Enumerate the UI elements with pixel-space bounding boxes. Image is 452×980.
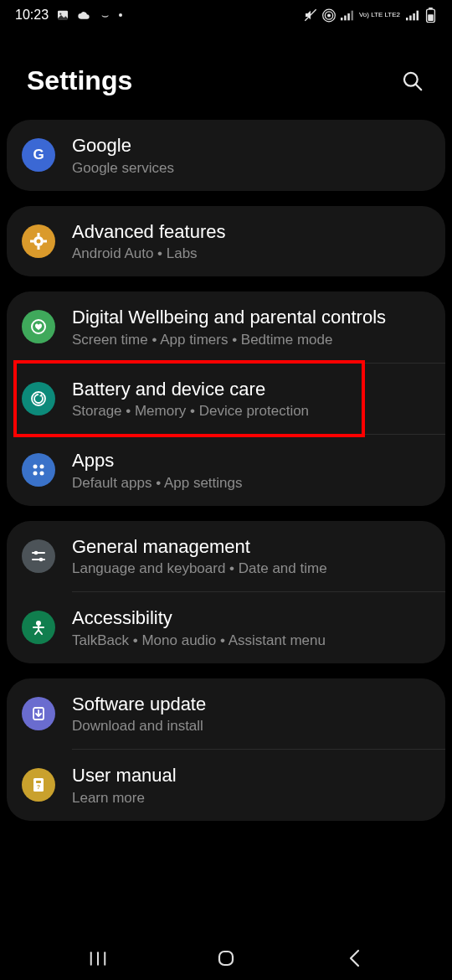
cloud-icon [77,8,90,22]
navigation-bar [0,936,452,980]
home-icon [216,948,236,968]
settings-item-digital-wellbeing[interactable]: Digital Wellbeing and parental controls … [7,291,445,363]
svg-point-1 [59,13,61,15]
status-left: 10:23 ⌣ [15,8,122,23]
settings-item-user-manual[interactable]: ? User manual Learn more [7,750,445,821]
item-subtitle: Google services [72,160,430,177]
svg-point-29 [40,465,44,469]
svg-point-31 [40,472,44,476]
svg-rect-44 [219,952,233,965]
item-subtitle: Language and keyboard • Date and time [72,560,430,577]
settings-group: Software update Download and install ? U… [7,678,445,821]
item-title: Google [72,134,430,157]
svg-rect-23 [38,246,40,250]
header: Settings [0,30,452,120]
item-texts: User manual Learn more [72,764,430,807]
nav-home-button[interactable] [201,946,251,971]
settings-group: General management Language and keyboard… [7,521,445,663]
download-icon [22,697,55,730]
svg-rect-7 [345,15,347,20]
svg-text:G: G [33,147,44,162]
svg-point-35 [39,557,44,561]
settings-item-google[interactable]: G Google Google services [7,120,445,191]
smile-icon: ⌣ [98,8,111,22]
item-texts: Advanced features Android Auto • Labs [72,220,430,263]
gear-icon [22,224,55,258]
nav-recents-button[interactable] [73,946,123,971]
status-dot [119,13,122,17]
svg-rect-25 [44,240,47,242]
signal-2-icon [405,8,419,22]
item-texts: General management Language and keyboard… [72,535,430,578]
item-subtitle: TalkBack • Mono audio • Assistant menu [72,632,430,649]
item-texts: Accessibility TalkBack • Mono audio • As… [72,606,430,649]
svg-rect-11 [409,15,412,20]
svg-rect-12 [413,13,415,20]
mute-icon [304,8,317,22]
item-subtitle: Storage • Memory • Device protection [72,403,430,420]
heart-circle-icon [22,310,55,343]
item-title: Digital Wellbeing and parental controls [72,306,430,329]
item-title: Software update [72,693,430,716]
battery-icon [424,8,437,22]
settings-group: G Google Google services [7,120,445,191]
item-texts: Google Google services [72,134,430,177]
svg-point-33 [34,550,39,554]
item-subtitle: Android Auto • Labs [72,245,430,262]
item-subtitle: Screen time • App timers • Bedtime mode [72,332,430,348]
settings-item-battery-device-care[interactable]: Battery and device care Storage • Memory… [7,364,445,435]
item-title: General management [72,535,430,559]
svg-point-3 [327,13,331,17]
item-subtitle: Learn more [72,790,430,807]
status-bar: 10:23 ⌣ Vo) LTE LTE2 [0,0,452,30]
search-icon [401,70,424,92]
settings-item-accessibility[interactable]: Accessibility TalkBack • Mono audio • As… [7,592,445,663]
svg-rect-24 [30,240,33,242]
status-time: 10:23 [15,8,49,23]
settings-item-general-management[interactable]: General management Language and keyboard… [7,521,445,592]
item-texts: Apps Default apps • App settings [72,449,430,492]
svg-rect-22 [38,233,40,236]
settings-group: Digital Wellbeing and parental controls … [7,291,445,506]
svg-rect-13 [416,10,419,20]
svg-rect-6 [341,18,343,20]
book-icon: ? [22,768,55,802]
item-title: Battery and device care [72,378,430,401]
svg-text:?: ? [37,784,40,790]
net-text: Vo) LTE LTE2 [359,12,400,18]
google-icon: G [22,138,55,172]
signal-1-icon [341,8,354,22]
svg-rect-8 [348,13,351,20]
svg-rect-16 [428,14,434,21]
status-right: Vo) LTE LTE2 [304,8,437,22]
item-title: User manual [72,764,430,787]
page-title: Settings [27,65,132,96]
item-texts: Digital Wellbeing and parental controls … [72,306,430,348]
item-texts: Software update Download and install [72,693,430,735]
item-subtitle: Default apps • App settings [72,475,430,492]
person-icon [22,611,55,644]
sliders-icon [22,539,55,573]
grid-dots-icon [22,453,55,487]
item-title: Advanced features [72,220,430,244]
settings-item-software-update[interactable]: Software update Download and install [7,678,445,750]
item-title: Apps [72,449,430,472]
settings-item-apps[interactable]: Apps Default apps • App settings [7,435,445,506]
settings-group: Advanced features Android Auto • Labs [7,206,445,277]
search-button[interactable] [398,68,425,95]
image-icon [56,8,69,22]
svg-point-21 [37,239,41,243]
svg-point-30 [33,472,38,476]
svg-point-28 [33,465,38,469]
recents-icon [89,951,107,967]
item-texts: Battery and device care Storage • Memory… [72,378,430,420]
svg-rect-10 [406,18,408,20]
refresh-circle-icon [22,382,55,415]
nav-back-button[interactable] [329,946,379,971]
back-icon [347,949,362,967]
settings-item-advanced-features[interactable]: Advanced features Android Auto • Labs [7,206,445,277]
settings-list[interactable]: G Google Google services Advanced featur… [0,120,452,821]
svg-rect-9 [352,10,354,20]
item-subtitle: Download and install [72,718,430,735]
hotspot-icon [322,8,336,22]
